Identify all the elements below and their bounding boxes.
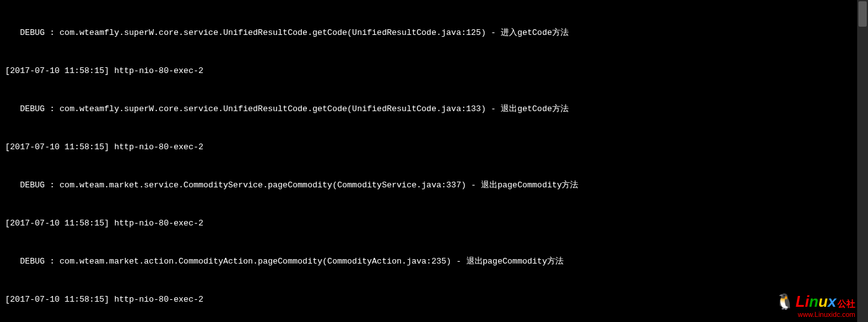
brand-text: Linux	[796, 295, 836, 308]
log-line: DEBUG : com.wteam.market.service.Commodi…	[5, 179, 863, 192]
log-line: [2017-07-10 11:58:15] http-nio-80-exec-2	[5, 65, 863, 77]
log-line: DEBUG : com.wteamfly.superW.core.service…	[5, 27, 863, 39]
watermark-url: www.Linuxidc.com	[775, 308, 855, 321]
log-line: DEBUG : com.wteam.market.action.Commodit…	[5, 255, 863, 268]
watermark: 🐧 Linux 公社 www.Linuxidc.com	[775, 295, 855, 321]
log-line: DEBUG : com.wteamfly.superW.core.service…	[5, 103, 863, 116]
log-line: [2017-07-10 11:58:15] http-nio-80-exec-2	[5, 141, 863, 154]
penguin-icon: 🐧	[775, 295, 794, 308]
terminal-output[interactable]: DEBUG : com.wteamfly.superW.core.service…	[5, 1, 863, 322]
scrollbar-thumb[interactable]	[858, 1, 867, 27]
log-line: [2017-07-10 11:58:15] http-nio-80-exec-2	[5, 293, 863, 306]
log-line: [2017-07-10 11:58:15] http-nio-80-exec-2	[5, 217, 863, 230]
vertical-scrollbar[interactable]	[857, 0, 868, 322]
